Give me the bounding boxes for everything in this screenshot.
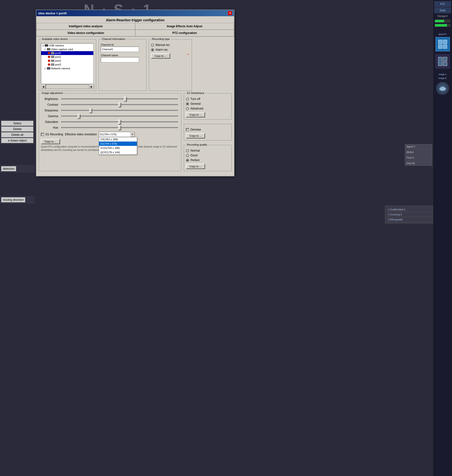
- contrast-track[interactable]: [61, 104, 178, 105]
- tree-port2[interactable]: port2: [41, 59, 93, 63]
- denoise-copy-btn[interactable]: Copy to ...: [186, 133, 205, 138]
- hue-thumb[interactable]: [118, 125, 121, 130]
- advanced-option[interactable]: Advanced: [186, 107, 229, 110]
- image-adjustment-copy-btn[interactable]: Copy to ...: [41, 139, 60, 144]
- right-panel: PTZ Syste Storage fr ayout Pr Image A Im…: [433, 0, 452, 476]
- gamma-row: Gamma: [41, 115, 179, 118]
- intelligent-video-btn[interactable]: lligent V: [405, 144, 432, 149]
- tree-nav-left[interactable]: ◀: [41, 85, 46, 89]
- tab-image-effects[interactable]: Image Effects Auto Adjust: [135, 23, 234, 30]
- advanced-label: Advanced: [191, 107, 203, 110]
- image-a-label: Image A: [439, 73, 446, 76]
- gamma-track[interactable]: [61, 116, 178, 117]
- channel-id-input[interactable]: [101, 47, 139, 52]
- svg-rect-4: [438, 57, 442, 66]
- cif-option[interactable]: CIF(352 x 288): [99, 137, 137, 142]
- recording-type-copy-btn[interactable]: Copy to ...: [151, 53, 170, 59]
- tree-port3[interactable]: port3: [41, 63, 93, 66]
- sharpness-thumb[interactable]: [89, 108, 92, 113]
- tree-network-camera[interactable]: ▷ Network camera: [41, 66, 93, 70]
- good-option[interactable]: Good: [186, 154, 229, 157]
- tab-video-device[interactable]: Video device configuration: [36, 30, 135, 36]
- d1-deinterlace-copy-btn[interactable]: Copy to ...: [186, 112, 205, 117]
- general-option[interactable]: General: [186, 102, 229, 105]
- tree-view[interactable]: ⊙ USB camera ▷ Video capture card: [41, 43, 93, 84]
- gamma-thumb[interactable]: [78, 114, 80, 119]
- tab-section-left: Intelligent video analysis Video device …: [36, 23, 135, 36]
- tab-ptz[interactable]: PTZ configuration: [135, 30, 234, 36]
- delete-all-button[interactable]: Delete all: [1, 132, 33, 137]
- recording-quality-copy-btn[interactable]: Copy to ...: [186, 164, 205, 169]
- recording-quality-group: Recording quality Normal Good Perfect: [184, 145, 232, 171]
- d1-option[interactable]: D1(704 x 576): [99, 142, 137, 146]
- crossing-item[interactable]: ( Crossing li: [386, 212, 432, 217]
- tree-port0[interactable]: port0: [41, 51, 93, 55]
- d1-deinterlace-radios: Turn off General Advanced: [186, 97, 229, 110]
- select-button[interactable]: Select: [1, 121, 33, 126]
- contrast-thumb[interactable]: [118, 103, 121, 107]
- normal-option[interactable]: Normal: [186, 149, 229, 152]
- brightness-track[interactable]: [61, 98, 178, 99]
- tree-nav-right[interactable]: ▶: [89, 85, 94, 89]
- unattended-item[interactable]: ( Unattended o: [386, 207, 432, 212]
- layout-icon-split[interactable]: [435, 54, 450, 69]
- brightness-thumb[interactable]: [124, 97, 127, 102]
- system-button[interactable]: Syste: [434, 7, 451, 13]
- saturation-track[interactable]: [61, 121, 178, 122]
- perfect-radio[interactable]: [186, 159, 189, 162]
- manual-rec-radio[interactable]: [151, 44, 154, 47]
- right-config-column: D1 Deinterlace Turn off General Advan: [184, 93, 232, 174]
- perfect-option[interactable]: Perfect: [186, 158, 229, 162]
- delete-button[interactable]: Delete: [1, 126, 33, 132]
- alarm-rec-radio[interactable]: [151, 48, 154, 51]
- resolution-selected[interactable]: D1(704 x 576): [99, 132, 135, 137]
- dialog-window: ideo device = port0 ✕ Alarm-Reaction tri…: [36, 10, 234, 176]
- sing-obj-btn[interactable]: sing obj: [405, 161, 432, 166]
- turn-off-option[interactable]: Turn off: [186, 97, 229, 101]
- moving-direction-button[interactable]: moving direction: [1, 197, 25, 202]
- dialog-titlebar: ideo device = port0 ✕: [36, 10, 234, 16]
- svg-rect-1: [443, 40, 447, 44]
- hue-track[interactable]: [61, 127, 178, 128]
- general-radio[interactable]: [186, 102, 189, 105]
- brightness-row: Brightness: [41, 97, 179, 101]
- resolution-dropdown-arrow[interactable]: ▼: [130, 132, 135, 137]
- hd1-option[interactable]: H-D1(704 x 288): [99, 146, 137, 150]
- advanced-radio[interactable]: [186, 107, 189, 110]
- sharpness-track[interactable]: [61, 110, 178, 111]
- tab-intelligent-video[interactable]: Intelligent video analysis: [36, 23, 135, 30]
- motion-btn[interactable]: Motion: [405, 150, 432, 155]
- left-sidebar: Select Delete Delete all e drawn object: [0, 119, 35, 144]
- tree-port1[interactable]: port1: [41, 55, 93, 59]
- svg-rect-5: [443, 57, 447, 61]
- svg-rect-2: [438, 45, 442, 49]
- channel-name-input[interactable]: [101, 57, 139, 62]
- denoise-group: Denoise Copy to ...: [184, 124, 232, 141]
- d1-recording-label: D1 Recording: [46, 133, 63, 136]
- good-label: Good: [191, 154, 197, 157]
- denoise-checkbox[interactable]: [186, 128, 189, 131]
- turn-off-radio[interactable]: [186, 98, 189, 101]
- good-radio[interactable]: [186, 154, 189, 157]
- storage-bar-1: [435, 20, 450, 22]
- retrograde-item[interactable]: ( Retrograde: [386, 217, 432, 222]
- dialog-title-text: ideo device = port0: [38, 12, 66, 15]
- d1-recording-checkbox[interactable]: [41, 133, 44, 136]
- saturation-row: Saturation: [41, 120, 179, 124]
- ptz-button[interactable]: PTZ: [434, 1, 451, 7]
- tree-capture-card[interactable]: ▷ Video capture card: [41, 47, 93, 51]
- dialog-close-button[interactable]: ✕: [228, 11, 232, 15]
- qcif-option[interactable]: QCIF(176 x 144): [99, 150, 137, 154]
- normal-radio[interactable]: [186, 149, 189, 152]
- manual-rec-option[interactable]: Manual rec: [151, 43, 190, 47]
- detection-button[interactable]: detection: [1, 166, 16, 171]
- face-btn[interactable]: Face d: [405, 155, 432, 160]
- saturation-thumb[interactable]: [118, 120, 121, 124]
- tree-nav-scroll[interactable]: [46, 85, 89, 89]
- image-adjustment-label: Image adjustment: [41, 91, 64, 94]
- alarm-rec-option[interactable]: Alarm rec: [151, 48, 190, 51]
- drawn-object-button[interactable]: e drawn object: [1, 138, 33, 143]
- storage-bar-2: [435, 24, 450, 27]
- tree-usb-camera[interactable]: ⊙ USB camera: [41, 44, 93, 47]
- layout-icon-grid[interactable]: [435, 37, 450, 51]
